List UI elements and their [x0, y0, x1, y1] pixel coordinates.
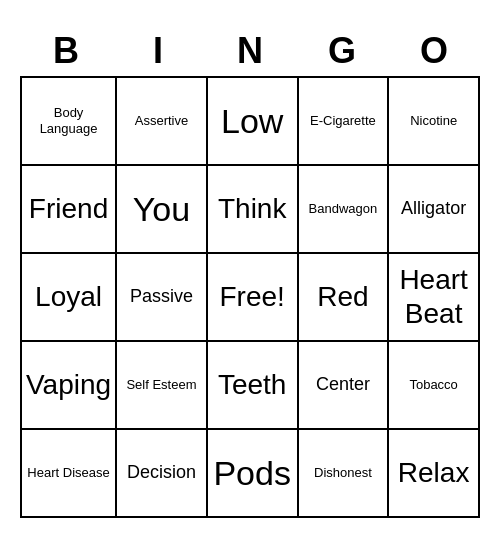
bingo-cell[interactable]: Bandwagon: [299, 166, 390, 254]
bingo-cell[interactable]: Pods: [208, 430, 299, 518]
bingo-cell[interactable]: Center: [299, 342, 390, 430]
bingo-cell[interactable]: Low: [208, 78, 299, 166]
bingo-cell[interactable]: Alligator: [389, 166, 480, 254]
header-letter-N: N: [204, 26, 296, 76]
bingo-cell[interactable]: Free!: [208, 254, 299, 342]
bingo-cell[interactable]: Nicotine: [389, 78, 480, 166]
bingo-cell[interactable]: Relax: [389, 430, 480, 518]
bingo-cell[interactable]: Red: [299, 254, 390, 342]
bingo-cell[interactable]: Vaping: [22, 342, 117, 430]
bingo-grid: Body LanguageAssertiveLowE-CigaretteNico…: [20, 76, 480, 518]
header-letter-O: O: [388, 26, 480, 76]
bingo-cell[interactable]: Think: [208, 166, 299, 254]
bingo-cell[interactable]: Assertive: [117, 78, 208, 166]
bingo-cell[interactable]: Decision: [117, 430, 208, 518]
bingo-card: BINGO Body LanguageAssertiveLowE-Cigaret…: [20, 26, 480, 518]
bingo-cell[interactable]: Loyal: [22, 254, 117, 342]
bingo-cell[interactable]: Tobacco: [389, 342, 480, 430]
bingo-cell[interactable]: Heart Disease: [22, 430, 117, 518]
bingo-cell[interactable]: Passive: [117, 254, 208, 342]
header-letter-B: B: [20, 26, 112, 76]
bingo-header: BINGO: [20, 26, 480, 76]
bingo-cell[interactable]: Body Language: [22, 78, 117, 166]
bingo-cell[interactable]: Dishonest: [299, 430, 390, 518]
header-letter-I: I: [112, 26, 204, 76]
bingo-cell[interactable]: Friend: [22, 166, 117, 254]
bingo-cell[interactable]: Teeth: [208, 342, 299, 430]
bingo-cell[interactable]: You: [117, 166, 208, 254]
bingo-cell[interactable]: Heart Beat: [389, 254, 480, 342]
bingo-cell[interactable]: E-Cigarette: [299, 78, 390, 166]
header-letter-G: G: [296, 26, 388, 76]
bingo-cell[interactable]: Self Esteem: [117, 342, 208, 430]
